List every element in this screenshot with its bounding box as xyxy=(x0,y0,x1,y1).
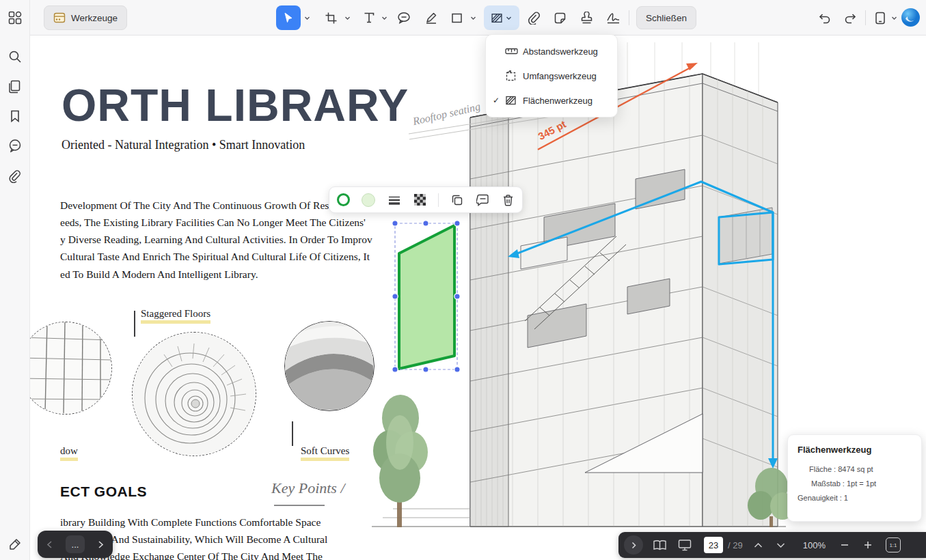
actual-size-button[interactable]: 1:1 xyxy=(886,537,901,552)
key-points-underline xyxy=(274,505,325,506)
pen-icon xyxy=(425,12,437,24)
duplicate-icon xyxy=(451,194,463,206)
paragraph-line: ed To Build A Modern And Intelligent Lib… xyxy=(60,268,258,281)
page-subtitle: Oriented - Natural Integration • Smart I… xyxy=(62,138,305,152)
device-button[interactable] xyxy=(868,5,893,30)
pen-tool-button[interactable] xyxy=(419,5,444,30)
zoom-in-button[interactable] xyxy=(864,541,872,549)
crop-tool-chevron[interactable] xyxy=(344,14,351,22)
nav-next-chevron[interactable] xyxy=(97,540,105,549)
comment-tool-button[interactable] xyxy=(392,5,416,30)
schliessen-label: Schließen xyxy=(646,13,687,23)
menu-item-umfangswerkzeug[interactable]: Umfangswerkzeug xyxy=(486,64,617,88)
actual-size-label: 1:1 xyxy=(889,542,897,548)
line-width-button[interactable] xyxy=(387,192,401,208)
caption-soft-curves: Soft Curves xyxy=(301,445,349,461)
info-scale-row: Maßstab : 1pt = 1pt xyxy=(798,477,912,491)
crop-tool-button[interactable] xyxy=(318,5,343,30)
sidebar-bookmarks-button[interactable] xyxy=(8,109,22,123)
caption-leader-line xyxy=(134,311,135,337)
left-sidebar xyxy=(0,0,30,560)
paperclip-icon xyxy=(528,12,540,25)
redo-button[interactable] xyxy=(838,5,862,30)
menu-item-label: Abstandswerkzeug xyxy=(523,46,598,57)
measure-info-card: Flächenwerkzeug Fläche : 8474 sq pt Maßs… xyxy=(787,434,922,522)
werkzeuge-button[interactable]: Werkzeuge xyxy=(44,5,127,30)
previous-page-button[interactable] xyxy=(754,542,763,548)
zoom-out-button[interactable] xyxy=(841,541,849,549)
shape-tool-button[interactable] xyxy=(444,5,469,30)
schliessen-button[interactable]: Schließen xyxy=(636,6,696,29)
avatar[interactable] xyxy=(901,8,920,27)
paragraph-line: ibrary Building With Complete Functions … xyxy=(60,516,321,529)
trash-icon xyxy=(502,194,514,206)
sidebar-stylus-button[interactable] xyxy=(8,537,22,551)
book-open-icon xyxy=(653,540,667,551)
nav-more-button[interactable]: ... xyxy=(66,535,85,553)
nav-prev-chevron[interactable] xyxy=(46,540,53,549)
delete-button[interactable] xyxy=(502,192,515,208)
sticker-tool-button[interactable] xyxy=(547,5,572,30)
app-grid-button[interactable] xyxy=(8,11,22,25)
duplicate-button[interactable] xyxy=(450,192,464,208)
page-title: ORTH LIBRARY xyxy=(62,79,409,131)
shape-tool-chevron[interactable] xyxy=(469,14,477,22)
toolbar-separator xyxy=(629,10,629,25)
goals-heading: ECT GOALS xyxy=(60,484,147,500)
app-grid-icon xyxy=(8,11,22,25)
measure-tools-menu: Abstandswerkzeug Umfangswerkzeug ✓ Fläch… xyxy=(485,34,618,117)
select-tool-button[interactable] xyxy=(276,5,301,30)
note-icon xyxy=(476,194,489,206)
caption-window: dow xyxy=(60,445,78,461)
menu-item-flaechenwerkzeug[interactable]: ✓ Flächenwerkzeug xyxy=(486,88,617,113)
measure-tool-button[interactable] xyxy=(484,5,519,30)
text-tool-chevron[interactable] xyxy=(381,14,388,22)
menu-item-label: Flächenwerkzeug xyxy=(523,96,593,106)
attachment-tool-button[interactable] xyxy=(521,5,546,30)
comments-icon xyxy=(8,139,22,152)
stroke-color-button[interactable] xyxy=(336,192,350,208)
next-page-button[interactable] xyxy=(776,542,785,548)
info-accuracy-row: Genauigkeit : 1 xyxy=(798,491,912,505)
sidebar-thumbnails-button[interactable] xyxy=(8,80,22,94)
sidebar-attachments-button[interactable] xyxy=(8,169,22,183)
distance-tool-icon xyxy=(505,46,523,56)
expand-bar-button[interactable] xyxy=(624,535,643,555)
zoom-level-button[interactable]: 100% xyxy=(803,540,826,550)
signature-tool-button[interactable] xyxy=(601,5,625,30)
sidebar-comments-button[interactable] xyxy=(8,139,22,152)
menu-item-label: Umfangswerkzeug xyxy=(523,71,597,81)
undo-icon xyxy=(818,12,831,24)
line-width-icon xyxy=(388,195,400,205)
caption-leader-line xyxy=(292,421,293,446)
menu-item-abstandswerkzeug[interactable]: Abstandswerkzeug xyxy=(486,39,617,64)
fill-color-button[interactable] xyxy=(362,192,375,208)
device-chevron[interactable] xyxy=(890,14,898,22)
note-button[interactable] xyxy=(476,192,489,208)
select-tool-chevron[interactable] xyxy=(303,14,311,22)
paragraph-line: y Diverse Reading, Learning And Cultural… xyxy=(60,234,372,246)
undo-button[interactable] xyxy=(812,5,836,30)
caption-staggered-floors: Staggered Floors xyxy=(141,308,210,324)
reading-mode-button[interactable] xyxy=(653,540,667,551)
signature-icon xyxy=(606,12,621,24)
stamp-tool-button[interactable] xyxy=(574,5,599,30)
presentation-mode-button[interactable] xyxy=(678,539,692,551)
cursor-icon xyxy=(282,12,295,24)
tools-panel-icon xyxy=(53,12,66,24)
paragraph-line: eeds, The Existing Library Facilities Ca… xyxy=(60,216,366,229)
photo-window-grid xyxy=(30,322,112,415)
chevron-down-icon xyxy=(776,542,785,548)
text-tool-button[interactable] xyxy=(357,5,381,30)
sticker-icon xyxy=(554,12,567,25)
page-number-input[interactable] xyxy=(704,537,723,553)
chevron-up-icon xyxy=(754,542,763,548)
measure-tool-chevron[interactable] xyxy=(505,14,513,22)
toolbar-separator xyxy=(438,193,439,207)
key-points-label: Key Points / xyxy=(271,479,345,497)
opacity-button[interactable] xyxy=(413,192,426,208)
minus-icon xyxy=(841,541,849,549)
toolbar-separator xyxy=(865,10,866,25)
sidebar-search-button[interactable] xyxy=(8,50,22,64)
area-tool-icon xyxy=(505,95,523,106)
